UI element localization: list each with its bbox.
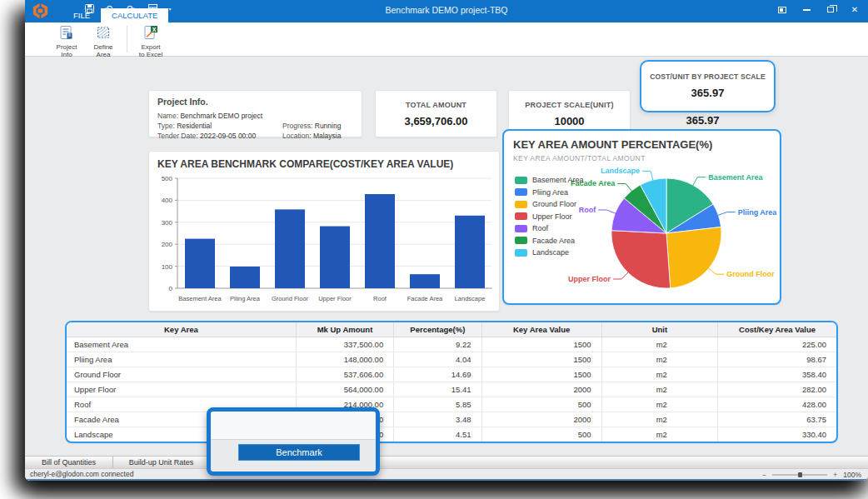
cell-basement-area-percentage-: 9.22	[394, 337, 481, 352]
legend-label-facade-area: Facade Area	[532, 237, 575, 245]
total-amount-value: 3,659,706.00	[376, 115, 496, 127]
cell-basement-area-key-area-value: 1500	[481, 337, 601, 352]
legend-swatch-landscape	[515, 249, 527, 257]
svg-text:500: 500	[162, 175, 173, 182]
project-info-label-2: Info	[61, 51, 72, 58]
cell-pliing-area-unit: m2	[601, 352, 718, 367]
cell-landscape-percentage-: 4.51	[394, 427, 481, 442]
bar-landscape	[455, 216, 485, 288]
cell-landscape-unit: m2	[601, 427, 718, 442]
column-header-cost-key-area-value: Cost/Key Area Value	[718, 322, 836, 337]
project-info-icon	[59, 25, 74, 43]
legend-swatch-pliing-area	[515, 188, 527, 196]
project-info-button[interactable]: Project Info	[48, 22, 85, 56]
tab-bill-of-quantities[interactable]: Bill of Quantities	[25, 457, 113, 468]
callout-value: 365.97	[641, 87, 774, 99]
legend-item-roof: Roof	[515, 222, 584, 235]
legend-label-roof: Roof	[532, 224, 548, 232]
pie-label-basement-area: Basement Area	[708, 173, 763, 182]
legend-label-landscape: Landscape	[532, 248, 569, 257]
svg-text:100: 100	[162, 263, 173, 271]
cell-facade-area-cost-key-area-value: 63.75	[718, 412, 836, 427]
callout-title: COST/UNIT BY PROJECT SCALE	[641, 72, 774, 81]
cell-basement-area-key-area: Basement Area	[67, 337, 296, 352]
project-info-card: Project Info. Name: Benchmark DEMO proje…	[148, 90, 362, 137]
cell-ground-floor-mk-up-amount: 537,606.00	[296, 367, 393, 382]
bar-x-label-pliing-area: Pliing Area	[230, 295, 261, 302]
svg-text:0: 0	[169, 285, 173, 292]
bar-roof	[365, 194, 395, 288]
screenshot-stage: ↶▾ ↷▾ ▾ Benchmark DEMO project-TBQ ✕ FIL…	[0, 0, 868, 499]
column-header-unit: Unit	[601, 322, 718, 337]
cell-upper-floor-cost-key-area-value: 282.00	[718, 382, 836, 397]
tab-build-up-unit-rates[interactable]: Build-up Unit Rates	[113, 457, 210, 468]
export-excel-button[interactable]: X Export to Excel	[132, 22, 169, 56]
table-row-roof[interactable]: Roof214,000.005.85500m2428.00	[67, 397, 836, 412]
bar-x-label-landscape: Landscape	[455, 295, 486, 302]
key-area-table: Key AreaMk Up AmountPercentage(%)Key Are…	[67, 322, 836, 442]
pie-label-ground-floor: Ground Floor	[726, 270, 775, 278]
legend-item-upper-floor: Upper Floor	[515, 211, 584, 223]
legend-label-upper-floor: Upper Floor	[532, 212, 572, 221]
cell-pliing-area-percentage-: 4.04	[394, 352, 481, 367]
column-header-percentage-: Percentage(%)	[394, 322, 481, 337]
pie-chart-title: KEY AREA AMOUNT PERCENTAGE(%)	[513, 138, 712, 151]
bar-x-label-ground-floor: Ground Floor	[272, 295, 309, 302]
bottom-tab-bar: Bill of Quantities Build-up Unit Rates	[25, 456, 868, 468]
layout-icon[interactable]	[777, 5, 787, 14]
minimize-icon[interactable]	[801, 5, 811, 14]
overlay-magnified-area	[211, 412, 376, 440]
toolbar-separator	[127, 26, 127, 52]
legend-swatch-roof	[515, 225, 527, 232]
total-amount-label: TOTAL AMOUNT	[376, 101, 496, 109]
define-area-button[interactable]: Define Area	[85, 22, 122, 56]
cell-pliing-area-mk-up-amount: 148,000.00	[296, 352, 393, 367]
table-row-landscape[interactable]: Landscape165,200.004.51500m2330.40	[67, 427, 836, 442]
cell-upper-floor-percentage-: 15.41	[394, 382, 481, 397]
restore-icon[interactable]	[826, 5, 836, 14]
bar-basement-area	[185, 239, 215, 288]
cell-basement-area-unit: m2	[601, 337, 718, 352]
field-type-label: Type:	[157, 122, 175, 130]
field-location-label: Location:	[282, 132, 312, 140]
ribbon-tab-strip: FILE CALCULATE	[62, 8, 168, 22]
table-row-pliing-area[interactable]: Pliing Area148,000.004.041500m298.67	[67, 352, 836, 367]
legend-item-pliing-area: Pliing Area	[515, 187, 584, 199]
zoom-out-icon[interactable]: −	[762, 471, 766, 479]
zoom-widget: − + 100%	[762, 469, 861, 480]
pie-chart-card: KEY AREA AMOUNT PERCENTAGE(%) KEY AREA A…	[502, 129, 781, 305]
table-row-upper-floor[interactable]: Upper Floor564,000.0015.412000m2282.00	[67, 382, 836, 397]
connection-status: cheryl-e@glodon.com connected	[25, 470, 133, 478]
export-excel-label-2: to Excel	[139, 51, 162, 58]
bar-chart: 0100200300400500Basement AreaPliing Area…	[152, 173, 497, 308]
zoom-slider[interactable]	[772, 474, 827, 476]
define-area-label-1: Define	[93, 43, 112, 51]
cell-roof-unit: m2	[601, 397, 718, 412]
field-name-value: Benchmark DEMO project	[180, 112, 262, 120]
legend-swatch-basement-area	[515, 177, 527, 184]
bar-facade-area	[410, 274, 440, 288]
column-header-key-area: Key Area	[67, 322, 296, 337]
bar-x-label-upper-floor: Upper Floor	[318, 295, 352, 302]
zoom-slider-thumb[interactable]	[798, 472, 802, 477]
cell-landscape-cost-key-area-value: 330.40	[718, 427, 836, 442]
project-info-label-1: Project	[57, 43, 77, 51]
legend-item-landscape: Landscape	[515, 247, 584, 259]
bar-upper-floor	[320, 227, 350, 288]
cell-pliing-area-key-area-value: 1500	[481, 352, 601, 367]
column-header-mk-up-amount: Mk Up Amount	[296, 322, 393, 337]
table-row-facade-area[interactable]: Facade Area127,500.003.482000m263.75	[67, 412, 836, 427]
tab-file[interactable]: FILE	[62, 8, 101, 22]
legend-item-ground-floor: Ground Floor	[515, 198, 584, 211]
cell-pliing-area-cost-key-area-value: 98.67	[718, 352, 836, 367]
legend-label-pliing-area: Pliing Area	[532, 188, 568, 197]
zoom-in-icon[interactable]: +	[833, 471, 837, 479]
close-icon[interactable]: ✕	[850, 5, 860, 14]
table-row-basement-area[interactable]: Basement Area337,500.009.221500m2225.00	[67, 337, 836, 352]
tab-calculate[interactable]: CALCULATE	[101, 8, 168, 22]
app-window: ↶▾ ↷▾ ▾ Benchmark DEMO project-TBQ ✕ FIL…	[25, 0, 868, 481]
benchmark-highlight-overlay: Benchmark	[207, 407, 380, 476]
table-row-ground-floor[interactable]: Ground Floor537,606.0014.691500m2358.40	[67, 367, 836, 382]
benchmark-button[interactable]: Benchmark	[238, 444, 360, 461]
project-scale-value: 10000	[509, 115, 630, 127]
